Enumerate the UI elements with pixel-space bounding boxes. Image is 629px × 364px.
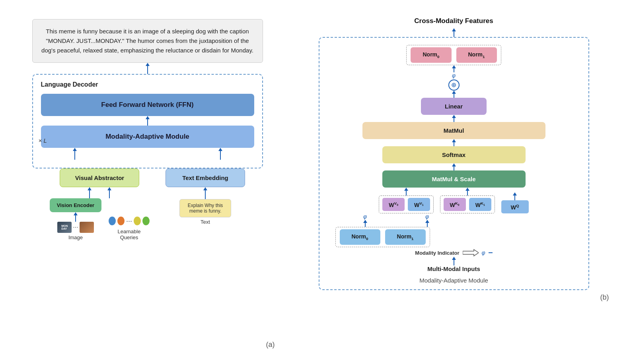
mam-outer-box: Norm0 Norm1 φ ⊕ Linear — [319, 37, 589, 290]
wq-col: WQ — [501, 192, 529, 214]
phi-wk: φ — [425, 213, 429, 220]
arrowhead-wk — [465, 188, 469, 191]
hollow-arrow-right — [463, 249, 479, 257]
vision-encoder-box: Vision Encoder — [50, 198, 101, 212]
arrowhead-linear-oplus — [452, 91, 456, 94]
arrow-va-to-mam — [73, 148, 77, 160]
bottom-norm-section: Norm0 Norm1 — [331, 227, 576, 247]
phi-label-top: φ — [452, 72, 456, 79]
arrow-line-ms-softmax — [454, 167, 454, 170]
bottom-norm-dashed-box: Norm0 Norm1 — [335, 227, 430, 247]
arrowhead-phi-wk — [425, 220, 429, 223]
bottom-modules-row: Visual Abstractor Vision — [50, 168, 245, 240]
text-label: Text — [201, 219, 210, 225]
arrowhead-lq — [107, 187, 111, 190]
wv-dashed-box: WV0 WV1 — [379, 196, 433, 214]
wv-col: WV0 WV1 — [379, 188, 433, 214]
arrowhead-oplus-norm — [452, 65, 456, 68]
arrow-line-wk — [467, 191, 468, 196]
img-thumb-2 — [80, 222, 94, 233]
modality-indicator-label: Modality Indicator — [415, 250, 459, 256]
learnable-queries-label: LearnableQueries — [118, 228, 141, 240]
wq-box: WQ — [501, 200, 529, 214]
circle-yellow — [134, 217, 141, 225]
arrow-line-wq — [514, 196, 515, 200]
arrowhead-up-1 — [146, 63, 150, 66]
panel-label-a: (a) — [266, 341, 275, 349]
arrow-te-to-mam — [218, 148, 222, 160]
circles-dots: ··· — [126, 217, 132, 225]
vision-path: Visual Abstractor Vision — [50, 168, 150, 240]
arrow-phi-wk — [425, 220, 429, 227]
arrow-line-va — [74, 151, 75, 160]
right-panel: Cross-Modality Features Norm0 Norm1 — [295, 15, 613, 349]
arrowhead-wq — [513, 192, 517, 196]
ffn-box: Feed Forward Network (FFN) — [41, 94, 254, 116]
arrow-img-to-ve — [74, 212, 78, 222]
arrow-ms-to-softmax — [452, 163, 456, 170]
arrow-matmul-to-linear — [452, 115, 456, 122]
cross-modality-label: Cross-Modality Features — [414, 17, 493, 25]
panel-label-b: (b) — [600, 293, 609, 302]
arrow-line-phi-wk — [427, 223, 428, 227]
arrowhead-text — [203, 187, 207, 190]
arrow-line-img — [75, 215, 76, 222]
arrow-line-matmul-linear — [454, 118, 454, 122]
xl-label: × L — [39, 137, 47, 144]
arrow-output-to-decoder — [146, 63, 150, 74]
arrow-wq-up — [513, 192, 517, 200]
text-path: Text Embedding Explain Why this meme is … — [166, 168, 245, 225]
wk-col: WK0 WK1 — [440, 188, 495, 214]
arrow-ve-to-va — [88, 187, 92, 198]
arrowhead-va — [73, 148, 77, 151]
multi-modal-inputs-label: Multi-Modal Inputs — [427, 265, 480, 272]
visual-abstractor-box: Visual Abstractor — [60, 168, 139, 187]
arrow-lq-to-va — [107, 187, 111, 198]
svg-marker-0 — [463, 250, 479, 256]
phi-wv: φ — [363, 213, 367, 220]
arrow-line-2 — [147, 119, 148, 126]
dots-separator: ··· — [73, 224, 78, 231]
norm0-bot-box: Norm0 — [340, 229, 380, 245]
circle-blue — [109, 217, 116, 225]
phi-labels-row: φ φ — [331, 213, 576, 227]
vision-bottom-row: Vision Encoder MONDAY ··· Image — [50, 198, 150, 240]
arrow-line-1 — [147, 66, 148, 74]
arrow-indicator-up — [489, 252, 493, 253]
top-norm-dashed-box: Norm0 Norm1 — [406, 45, 501, 65]
mam-input-arrows — [41, 148, 254, 160]
output-text-box: This meme is funny because it is an imag… — [32, 19, 263, 63]
va-input-arrows — [88, 187, 111, 198]
top-norm-row: Norm0 Norm1 — [406, 45, 501, 65]
arrow-text-to-te — [203, 187, 207, 199]
wv1-box: WV1 — [408, 198, 430, 211]
arrow-softmax-to-matmul — [452, 139, 456, 146]
softmax-box: Softmax — [382, 146, 526, 163]
wv0-box: WV0 — [382, 198, 405, 211]
oplus-circle: ⊕ — [448, 79, 460, 91]
phi-wv-col: φ — [339, 213, 391, 227]
arrow-line-linear-oplus — [454, 94, 454, 98]
arrow-line-oplus-norm — [454, 68, 454, 72]
matmul-box: MatMul — [362, 122, 545, 139]
learnable-query-circles: ··· — [109, 217, 150, 225]
arrow-phi-wv — [363, 220, 367, 227]
image-thumbnails: MONDAY ··· — [57, 222, 93, 233]
wk0-box: WK0 — [444, 198, 466, 211]
norm0-top-box: Norm0 — [411, 47, 451, 63]
norm1-bot-box: Norm1 — [385, 229, 426, 245]
arrow-linear-to-oplus — [452, 91, 456, 98]
arrow-mmi-up — [452, 257, 456, 265]
vision-encoder-col: Vision Encoder MONDAY ··· Image — [50, 198, 101, 240]
arrow-line-te — [220, 151, 221, 160]
circle-green — [142, 217, 150, 225]
arrowhead-wv — [404, 188, 408, 191]
norm1-top-box: Norm1 — [456, 47, 497, 63]
left-panel: This meme is funny because it is an imag… — [16, 15, 279, 349]
img-thumb-1: MONDAY — [57, 222, 72, 233]
modality-indicator-row: Modality Indicator φ — [415, 249, 492, 257]
arrow-mam-to-ffn — [41, 116, 254, 126]
matmul-scale-box: MatMul & Scale — [382, 170, 526, 188]
text-prompt-box: Explain Why this meme is funny. — [179, 199, 231, 217]
arrow-line-phi-wv — [365, 223, 366, 227]
